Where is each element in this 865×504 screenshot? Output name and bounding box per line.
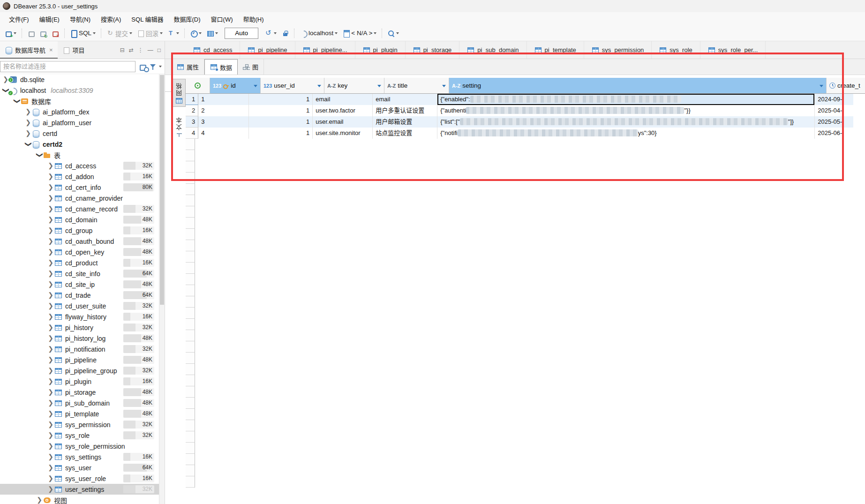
sql-editor-button[interactable]: SQL: [68, 28, 98, 38]
row-number-cell[interactable]: [186, 296, 195, 308]
tree-item-cd_cname_provider[interactable]: ❯cd_cname_provider: [0, 193, 159, 203]
chevron-collapsed-icon[interactable]: ❯: [47, 311, 54, 322]
chevron-collapsed-icon[interactable]: ❯: [47, 247, 54, 257]
tree-item-sys_user[interactable]: ❯sys_user64K: [0, 462, 159, 473]
row-number-cell[interactable]: [186, 308, 195, 319]
tree-item-flyway_history[interactable]: ❯flyway_history16K: [0, 311, 159, 322]
row-number-cell[interactable]: [186, 353, 195, 364]
tree-item-pi_history[interactable]: ❯pi_history32K: [0, 322, 159, 333]
chevron-down-icon[interactable]: [159, 66, 162, 69]
row-number-cell[interactable]: [186, 476, 195, 488]
row-number-cell[interactable]: [186, 195, 195, 206]
disconnect-button[interactable]: [50, 28, 61, 38]
transaction-filter-button[interactable]: [165, 28, 181, 38]
tree-item-cd_addon[interactable]: ❯cd_addon16K: [0, 171, 159, 182]
chevron-collapsed-icon[interactable]: ❯: [47, 387, 54, 398]
tree-item-cd_access[interactable]: ❯cd_access32K: [0, 160, 159, 171]
row-number-cell[interactable]: [186, 409, 195, 420]
row-number-cell[interactable]: [186, 251, 195, 263]
tree-item-cd_site_info[interactable]: ❯cd_site_info64K: [0, 268, 159, 279]
row-number-cell[interactable]: [186, 240, 195, 251]
row-number-cell[interactable]: [186, 274, 195, 285]
tree-item-db.sqlite[interactable]: ❯db.sqlite: [0, 74, 159, 85]
link-editor-icon[interactable]: ⇄: [129, 47, 134, 53]
menu-item-窗口(W)[interactable]: 窗口(W): [206, 13, 238, 25]
tab-database-navigator[interactable]: 数据库导航 ×: [0, 41, 58, 59]
row-number-cell[interactable]: [186, 431, 195, 443]
chevron-collapsed-icon[interactable]: ❯: [47, 279, 54, 290]
sidebar-scrollbar[interactable]: [159, 74, 165, 504]
chevron-collapsed-icon[interactable]: ❯: [47, 171, 54, 182]
row-number-cell[interactable]: [186, 364, 195, 375]
chevron-collapsed-icon[interactable]: ❯: [47, 268, 54, 279]
menu-item-编辑(E)[interactable]: 编辑(E): [34, 13, 65, 25]
maximize-icon[interactable]: □: [158, 47, 161, 53]
view-menu-icon[interactable]: ⋮: [138, 47, 143, 53]
chevron-collapsed-icon[interactable]: ❯: [47, 430, 54, 441]
chevron-collapsed-icon[interactable]: ❯: [47, 236, 54, 247]
tree-item-sys_role[interactable]: ❯sys_role32K: [0, 430, 159, 441]
chevron-collapsed-icon[interactable]: ❯: [47, 344, 54, 354]
tree-item-sys_permission[interactable]: ❯sys_permission32K: [0, 419, 159, 430]
commit-mode-input[interactable]: [225, 28, 258, 39]
compare-button[interactable]: [204, 28, 220, 38]
chevron-collapsed-icon[interactable]: ❯: [47, 193, 54, 203]
connection-selector[interactable]: localhost: [298, 28, 339, 38]
transaction-log-button[interactable]: [263, 28, 278, 38]
tree-item-pi_template[interactable]: ❯pi_template48K: [0, 408, 159, 419]
tree-item-表[interactable]: ❯表: [0, 150, 159, 160]
chevron-collapsed-icon[interactable]: ❯: [47, 484, 54, 495]
menu-item-帮助(H)[interactable]: 帮助(H): [238, 13, 269, 25]
tree-item-数据库[interactable]: ❯数据库: [0, 96, 159, 106]
chevron-collapsed-icon[interactable]: ❯: [47, 333, 54, 344]
row-number-cell[interactable]: [186, 443, 195, 454]
chevron-collapsed-icon[interactable]: ❯: [24, 128, 32, 139]
filter-funnel-icon[interactable]: [150, 63, 156, 70]
tree-item-cd_open_key[interactable]: ❯cd_open_key48K: [0, 247, 159, 257]
tree-item-cd_cname_record[interactable]: ❯cd_cname_record32K: [0, 203, 159, 214]
tree-item-cd_group[interactable]: ❯cd_group16K: [0, 225, 159, 236]
chevron-collapsed-icon[interactable]: ❯: [47, 322, 54, 333]
menu-item-导航(N)[interactable]: 导航(N): [65, 13, 96, 25]
row-number-cell[interactable]: [186, 319, 195, 330]
row-number-cell[interactable]: [186, 206, 195, 218]
row-number-cell[interactable]: [186, 341, 195, 353]
lock-button[interactable]: [279, 28, 291, 38]
chevron-collapsed-icon[interactable]: ❯: [36, 495, 43, 504]
tree-item-cd_user_suite[interactable]: ❯cd_user_suite32K: [0, 301, 159, 311]
menu-item-文件(F)[interactable]: 文件(F): [4, 13, 34, 25]
rollback-button[interactable]: 回滚: [135, 27, 165, 39]
row-number-cell[interactable]: [186, 398, 195, 409]
chevron-collapsed-icon[interactable]: ❯: [47, 441, 54, 451]
chevron-collapsed-icon[interactable]: ❯: [47, 301, 54, 311]
chevron-collapsed-icon[interactable]: ❯: [47, 462, 54, 473]
row-number-cell[interactable]: [186, 465, 195, 476]
chevron-collapsed-icon[interactable]: ❯: [47, 354, 54, 365]
chevron-collapsed-icon[interactable]: ❯: [47, 376, 54, 387]
row-number-cell[interactable]: [186, 263, 195, 274]
tree-item-certd[interactable]: ❯certd: [0, 128, 159, 139]
commit-button[interactable]: 提交: [105, 27, 134, 39]
row-number-cell[interactable]: [186, 285, 195, 296]
connect-icon[interactable]: [138, 62, 147, 71]
chevron-collapsed-icon[interactable]: ❯: [24, 117, 32, 128]
row-number-cell[interactable]: [186, 420, 195, 431]
row-number-cell[interactable]: [186, 454, 195, 465]
row-number-cell[interactable]: [186, 229, 195, 240]
tree-item-ai_platform_user[interactable]: ❯ai_platform_user: [0, 117, 159, 128]
chevron-collapsed-icon[interactable]: ❯: [47, 408, 54, 419]
menu-item-SQL 编辑器[interactable]: SQL 编辑器: [126, 13, 168, 25]
chevron-collapsed-icon[interactable]: ❯: [47, 225, 54, 236]
tree-item-ai_platform_dex[interactable]: ❯ai_platform_dex: [0, 106, 159, 117]
chevron-collapsed-icon[interactable]: ❯: [47, 182, 54, 193]
menu-item-搜索(A)[interactable]: 搜索(A): [96, 13, 126, 25]
tree-item-pi_notification[interactable]: ❯pi_notification32K: [0, 344, 159, 354]
row-number-cell[interactable]: [186, 184, 195, 195]
connect-button[interactable]: [25, 28, 37, 38]
tree-item-pi_history_log[interactable]: ❯pi_history_log48K: [0, 333, 159, 344]
row-number-cell[interactable]: [186, 330, 195, 341]
row-number-cell[interactable]: [186, 218, 195, 229]
reconnect-button[interactable]: [38, 28, 49, 38]
minimize-icon[interactable]: —: [148, 47, 153, 53]
chevron-collapsed-icon[interactable]: ❯: [47, 214, 54, 225]
